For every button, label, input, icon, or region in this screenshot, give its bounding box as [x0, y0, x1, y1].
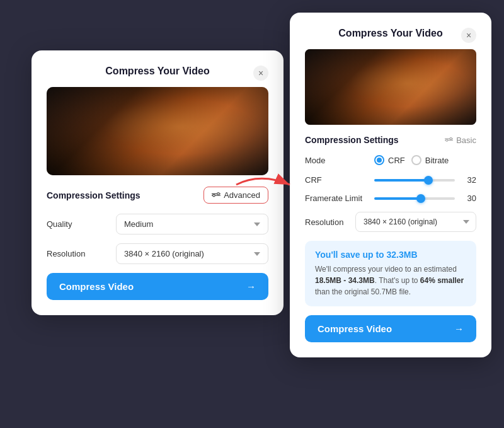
red-arrow [233, 173, 296, 199]
svg-point-1 [217, 192, 220, 195]
svg-point-8 [450, 137, 452, 139]
quality-label: Quality [47, 219, 116, 229]
crf-value: 32 [461, 175, 476, 185]
resolution-row: Resolution 3840 × 2160 (original) 1920 ×… [47, 243, 268, 264]
framerate-row: Framerate Limit 30 [305, 194, 476, 203]
right-section-header: Compression Settings Basic [305, 135, 476, 145]
scene: Compress Your Video × Compression Settin… [0, 0, 504, 428]
right-card-header: Compress Your Video × [305, 28, 476, 39]
left-compress-button[interactable]: Compress Video → [47, 273, 268, 300]
mode-row: Mode CRF Bitrate [305, 155, 476, 165]
mode-bitrate-option[interactable]: Bitrate [411, 155, 449, 165]
quality-row: Quality Medium Low High [47, 214, 268, 234]
savings-title: You'll save up to 32.3MB [315, 250, 466, 260]
mode-crf-option[interactable]: CRF [374, 155, 405, 165]
svg-point-0 [213, 194, 215, 197]
right-card-title: Compress Your Video [338, 28, 442, 39]
right-video-thumbnail [305, 49, 476, 125]
right-resolution-select[interactable]: 3840 × 2160 (original) 1920 × 1080 1280 … [355, 212, 476, 232]
framerate-track [374, 197, 455, 200]
quality-select[interactable]: Medium Low High [116, 214, 268, 234]
crf-track [374, 179, 455, 182]
right-resolution-row: Resolution 3840 × 2160 (original) 1920 ×… [305, 212, 476, 232]
framerate-slider-container: 30 [374, 194, 476, 203]
savings-box: You'll save up to 32.3MB We'll compress … [305, 241, 476, 306]
crf-label: CRF [305, 175, 374, 185]
framerate-thumb[interactable] [416, 194, 425, 203]
svg-point-7 [446, 139, 448, 141]
framerate-value: 30 [461, 194, 476, 203]
basic-settings-icon [445, 136, 453, 144]
left-compression-settings-label: Compression Settings [47, 190, 140, 200]
savings-desc: We'll compress your video to an estimate… [315, 263, 466, 298]
right-resolution-label: Resolution [305, 217, 355, 227]
mode-label: Mode [305, 156, 374, 165]
crf-radio[interactable] [374, 155, 384, 165]
crf-row: CRF 32 [305, 175, 476, 185]
resolution-label: Resolution [47, 249, 116, 258]
crf-thumb[interactable] [424, 176, 433, 185]
left-card-title: Compress Your Video [105, 66, 209, 77]
framerate-label: Framerate Limit [305, 194, 374, 203]
advanced-icon [212, 191, 220, 200]
left-close-button[interactable]: × [253, 66, 268, 81]
bitrate-radio[interactable] [411, 155, 421, 165]
right-compression-settings-label: Compression Settings [305, 135, 399, 145]
basic-button[interactable]: Basic [445, 136, 476, 145]
right-card: Compress Your Video × Compression Settin… [290, 13, 491, 357]
right-compress-button[interactable]: Compress Video → [305, 315, 476, 342]
mode-options: CRF Bitrate [374, 155, 449, 165]
resolution-select[interactable]: 3840 × 2160 (original) 1920 × 1080 1280 … [116, 243, 268, 264]
left-video-thumbnail [47, 87, 268, 175]
left-card-header: Compress Your Video × [47, 66, 268, 77]
right-close-button[interactable]: × [461, 28, 476, 43]
crf-slider-container: 32 [374, 175, 476, 185]
